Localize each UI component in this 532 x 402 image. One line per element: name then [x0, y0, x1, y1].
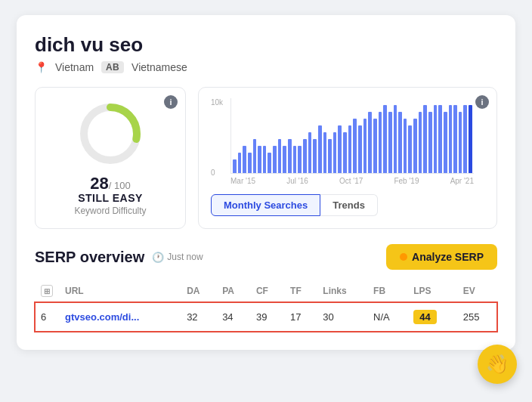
analyze-dot [400, 253, 407, 261]
chart-bar [238, 153, 242, 173]
serp-title-group: SERP overview 🕐 Just now [35, 249, 203, 266]
chart-bar [394, 105, 397, 173]
cell-tf: 17 [284, 302, 317, 332]
language-badge: AB [101, 61, 124, 73]
chart-bar [353, 119, 357, 173]
col-url: URL [59, 280, 181, 302]
cell-lps: 44 [407, 302, 457, 332]
chart-bar [278, 139, 282, 173]
clock-icon: 🕐 [152, 252, 164, 263]
location-text: Vietnam [55, 61, 94, 73]
chart-bar [313, 139, 317, 173]
cell-url: gtvseo.com/di... [59, 302, 181, 332]
tab-trends[interactable]: Trends [320, 194, 378, 216]
col-tf: TF [284, 280, 317, 302]
chart-bar [379, 112, 382, 173]
chart-bar [459, 112, 462, 173]
cell-links: 30 [317, 302, 367, 332]
col-fb: FB [367, 280, 407, 302]
difficulty-card: i 28 28/ 100 STILL EASY Keyword Difficul… [35, 87, 186, 229]
chart-bar [323, 132, 327, 173]
table-row: 6 gtvseo.com/di... 32 34 39 17 30 N/A 44… [35, 302, 497, 332]
chart-bar [469, 105, 472, 173]
chart-bar [373, 119, 377, 173]
chart-bar [253, 139, 257, 173]
cell-rank: 6 [35, 302, 59, 332]
col-ev: EV [457, 280, 497, 302]
chart-bar [283, 146, 286, 173]
y-bottom: 0 [211, 169, 223, 177]
difficulty-label: STILL EASY [78, 192, 143, 204]
chart-bar [398, 112, 402, 173]
chart-bar [363, 119, 367, 173]
x-label: Oct '17 [339, 177, 363, 185]
chart-bar [404, 119, 407, 173]
location-row: 📍 Vietnam AB Vietnamese [35, 61, 497, 73]
serp-table-wrapper: ⊞ URL DA PA CF TF Links FB LPS EV 6 [35, 280, 497, 332]
chart-tabs: Monthly Searches Trends [211, 194, 484, 216]
chart-bar [423, 105, 427, 173]
chart-bar [303, 139, 307, 173]
score-max: / 100 [109, 180, 131, 191]
chart-bar [328, 139, 332, 173]
donut-chart: 28 [76, 100, 144, 168]
chart-bar [288, 139, 292, 173]
col-expand: ⊞ [35, 280, 59, 302]
chart-bar [248, 153, 252, 173]
url-link[interactable]: gtvseo.com/di... [65, 311, 139, 323]
serp-header: SERP overview 🕐 Just now Analyze SERP [35, 244, 497, 270]
chart-bar [338, 125, 342, 173]
location-pin-icon: 📍 [35, 61, 48, 73]
difficulty-info-icon[interactable]: i [164, 95, 178, 109]
chart-bar [444, 112, 447, 173]
table-header: ⊞ URL DA PA CF TF Links FB LPS EV [35, 280, 497, 302]
chart-bar [383, 105, 387, 173]
chart-bar [293, 146, 297, 173]
chart-bar [434, 105, 438, 173]
chart-bar [388, 112, 392, 173]
chart-bars-area: Mar '15Jul '16Oct '17Feb '19Apr '21 [230, 98, 474, 185]
col-pa: PA [216, 280, 250, 302]
chart-bar [333, 132, 337, 173]
tab-monthly-searches[interactable]: Monthly Searches [211, 194, 320, 216]
chart-bar [258, 146, 261, 173]
col-cf: CF [250, 280, 284, 302]
chart-bar [428, 112, 432, 173]
chart-bar [343, 132, 347, 173]
chart-bars [230, 98, 474, 174]
chat-fab-button[interactable]: 👋 [478, 345, 517, 384]
chart-bar [453, 105, 457, 173]
just-now: 🕐 Just now [152, 252, 203, 263]
chart-y-labels: 10k 0 [211, 98, 223, 177]
x-label: Apr '21 [450, 177, 474, 185]
cell-pa: 34 [216, 302, 250, 332]
col-lps: LPS [407, 280, 457, 302]
chart-bar [318, 125, 322, 173]
table-body: 6 gtvseo.com/di... 32 34 39 17 30 N/A 44… [35, 302, 497, 332]
main-card: dich vu seo 📍 Vietnam AB Vietnamese i 28 [17, 15, 515, 350]
donut-svg [76, 100, 144, 168]
metrics-row: i 28 28/ 100 STILL EASY Keyword Difficul… [35, 87, 497, 229]
header-row: ⊞ URL DA PA CF TF Links FB LPS EV [35, 280, 497, 302]
chart-bar [233, 159, 237, 173]
chart-bar [298, 146, 302, 173]
analyze-serp-button[interactable]: Analyze SERP [386, 244, 497, 270]
chart-bar [263, 146, 267, 173]
analyze-btn-label: Analyze SERP [412, 251, 484, 263]
chart-bar [413, 119, 417, 173]
expand-icon[interactable]: ⊞ [41, 285, 53, 297]
score-display: 28 [90, 174, 108, 193]
chart-bar [268, 153, 271, 173]
chart-card: i 10k 0 Mar '15Jul '16Oct '17Feb '19Apr … [198, 87, 497, 229]
difficulty-sub: Keyword Difficulty [74, 206, 146, 216]
language-text: Vietnamese [131, 61, 187, 73]
cell-cf: 39 [250, 302, 284, 332]
chart-bar [438, 105, 442, 173]
keyword-title: dich vu seo [35, 33, 497, 57]
timestamp-text: Just now [167, 252, 203, 262]
chart-bar [273, 146, 277, 173]
lps-badge: 44 [413, 310, 436, 324]
cell-fb: N/A [367, 302, 407, 332]
cell-ev: 255 [457, 302, 497, 332]
chart-bar [348, 125, 352, 173]
